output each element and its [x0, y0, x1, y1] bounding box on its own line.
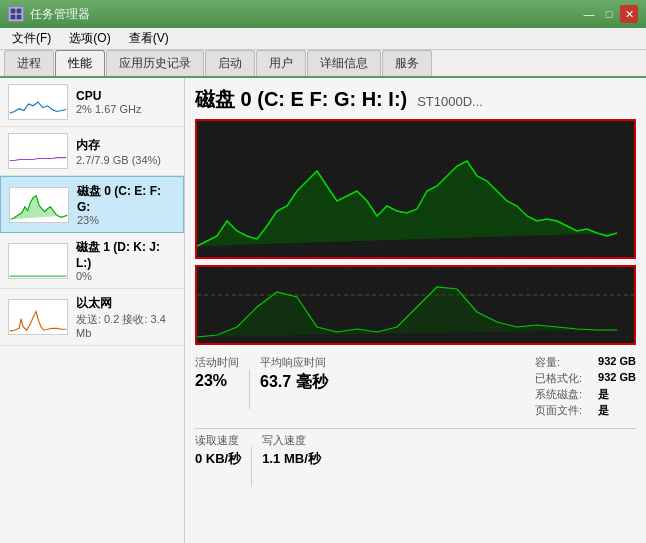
stats-right: 容量: 932 GB 已格式化: 932 GB 系统磁盘: 是 页面文件: 是: [535, 355, 636, 418]
system-label: 系统磁盘:: [535, 387, 582, 402]
menu-bar: 文件(F) 选项(O) 查看(V): [0, 28, 646, 50]
system-value: 是: [598, 387, 636, 402]
capacity-label: 容量:: [535, 355, 582, 370]
window-title: 任务管理器: [30, 6, 90, 23]
svg-rect-7: [10, 244, 67, 278]
disk1-label: 磁盘 1 (D: K: J: L:): [76, 239, 176, 270]
tab-details[interactable]: 详细信息: [307, 50, 381, 76]
detail-subtitle: ST1000D...: [417, 94, 483, 109]
pagefile-label: 页面文件:: [535, 403, 582, 418]
sidebar-item-disk1[interactable]: 磁盘 1 (D: K: J: L:) 0%: [0, 233, 184, 289]
main-content: CPU 2% 1.67 GHz 内存 2.7/7.9 GB (34%): [0, 78, 646, 543]
sidebar-item-ethernet[interactable]: 以太网 发送: 0.2 接收: 3.4 Mb: [0, 289, 184, 346]
formatted-label: 已格式化:: [535, 371, 582, 386]
svg-rect-0: [11, 9, 15, 13]
read-speed-label: 读取速度: [195, 433, 241, 448]
disk0-thumb: [9, 187, 69, 223]
active-time-label: 活动时间: [195, 355, 239, 370]
stat-write-speed: 写入速度 1.1 MB/秒: [262, 433, 321, 468]
memory-stat: 2.7/7.9 GB (34%): [76, 154, 176, 166]
menu-view[interactable]: 查看(V): [121, 28, 177, 49]
tabs-bar: 进程 性能 应用历史记录 启动 用户 详细信息 服务: [0, 50, 646, 78]
disk0-stat: 23%: [77, 214, 175, 226]
window-controls: — □ ✕: [580, 5, 638, 23]
title-bar: 任务管理器 — □ ✕: [0, 0, 646, 28]
read-speed-value: 0 KB/秒: [195, 450, 241, 468]
memory-info: 内存 2.7/7.9 GB (34%): [76, 137, 176, 166]
cpu-stat: 2% 1.67 GHz: [76, 103, 176, 115]
ethernet-label: 以太网: [76, 295, 176, 312]
formatted-value: 932 GB: [598, 371, 636, 386]
minimize-button[interactable]: —: [580, 5, 598, 23]
capacity-value: 932 GB: [598, 355, 636, 370]
rw-stats: 读取速度 0 KB/秒 写入速度 1.1 MB/秒: [195, 428, 636, 487]
activity-chart: 活动时间 100% 60 秒 0: [195, 119, 636, 259]
svg-rect-5: [10, 134, 67, 168]
detail-title-text: 磁盘 0 (C: E F: G: H: I:): [195, 86, 407, 113]
avg-response-label: 平均响应时间: [260, 355, 328, 370]
title-bar-left: 任务管理器: [8, 6, 90, 23]
disk0-info: 磁盘 0 (C: E: F: G: 23%: [77, 183, 175, 226]
avg-response-value: 63.7 毫秒: [260, 372, 328, 393]
disk1-thumb: [8, 243, 68, 279]
tab-app-history[interactable]: 应用历史记录: [106, 50, 204, 76]
stat-avg-response: 平均响应时间 63.7 毫秒: [260, 355, 328, 393]
tab-process[interactable]: 进程: [4, 50, 54, 76]
menu-options[interactable]: 选项(O): [61, 28, 118, 49]
write-speed-label: 写入速度: [262, 433, 321, 448]
menu-file[interactable]: 文件(F): [4, 28, 59, 49]
disk0-label: 磁盘 0 (C: E: F: G:: [77, 183, 175, 214]
close-button[interactable]: ✕: [620, 5, 638, 23]
disk1-stat: 0%: [76, 270, 176, 282]
stat-read-speed: 读取速度 0 KB/秒: [195, 433, 241, 468]
ethernet-thumb: [8, 299, 68, 335]
cpu-thumb: [8, 84, 68, 120]
app-icon: [8, 6, 24, 22]
svg-rect-3: [17, 15, 21, 19]
sidebar-item-disk0[interactable]: 磁盘 0 (C: E: F: G: 23%: [0, 176, 184, 233]
cpu-info: CPU 2% 1.67 GHz: [76, 89, 176, 115]
tab-startup[interactable]: 启动: [205, 50, 255, 76]
tab-services[interactable]: 服务: [382, 50, 432, 76]
stats-left: 活动时间 23% 平均响应时间 63.7 毫秒: [195, 355, 328, 409]
detail-title: 磁盘 0 (C: E F: G: H: I:): [195, 86, 407, 113]
write-speed-value: 1.1 MB/秒: [262, 450, 321, 468]
maximize-button[interactable]: □: [600, 5, 618, 23]
memory-thumb: [8, 133, 68, 169]
svg-rect-1: [17, 9, 21, 13]
tab-performance[interactable]: 性能: [55, 50, 105, 76]
sidebar: CPU 2% 1.67 GHz 内存 2.7/7.9 GB (34%): [0, 78, 185, 543]
ethernet-info: 以太网 发送: 0.2 接收: 3.4 Mb: [76, 295, 176, 339]
active-time-value: 23%: [195, 372, 239, 390]
stat-active-time: 活动时间 23%: [195, 355, 239, 390]
sidebar-item-memory[interactable]: 内存 2.7/7.9 GB (34%): [0, 127, 184, 176]
divider1: [249, 369, 250, 409]
detail-panel: 磁盘 0 (C: E F: G: H: I:) ST1000D... 活动时间 …: [185, 78, 646, 543]
transfer-chart: 磁盘传输速率 10 MB/秒 7 MB/秒 60 秒 0: [195, 265, 636, 345]
cpu-label: CPU: [76, 89, 176, 103]
divider2: [251, 447, 252, 487]
stats-section: 活动时间 23% 平均响应时间 63.7 毫秒 容量: 932 GB 已格式化:…: [195, 351, 636, 422]
sidebar-item-cpu[interactable]: CPU 2% 1.67 GHz: [0, 78, 184, 127]
tab-users[interactable]: 用户: [256, 50, 306, 76]
pagefile-value: 是: [598, 403, 636, 418]
disk1-info: 磁盘 1 (D: K: J: L:) 0%: [76, 239, 176, 282]
memory-label: 内存: [76, 137, 176, 154]
ethernet-stat: 发送: 0.2 接收: 3.4 Mb: [76, 312, 176, 339]
svg-rect-2: [11, 15, 15, 19]
